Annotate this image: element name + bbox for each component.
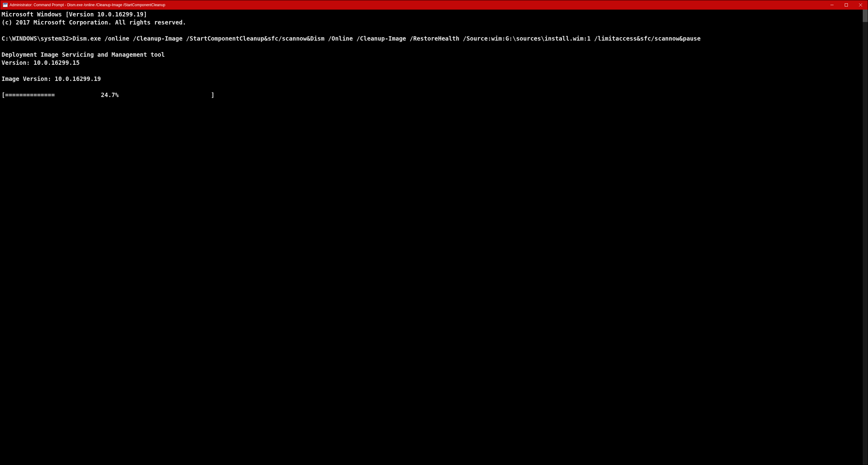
command-prompt-window: Administrator: Command Prompt - Dism.exe… [0,0,868,465]
vertical-scrollbar[interactable] [863,10,868,465]
svg-rect-1 [845,4,848,6]
client-area: Microsoft Windows [Version 10.0.16299.19… [0,10,868,465]
line-progress: [============== 24.7% ] [2,92,218,98]
close-icon [859,3,862,6]
line-dism-version: Version: 10.0.16299.15 [2,59,80,66]
line-prompt-command: C:\WINDOWS\system32>Dism.exe /online /Cl… [2,35,701,42]
maximize-button[interactable] [839,0,854,10]
close-button[interactable] [854,0,868,10]
window-title: Administrator: Command Prompt - Dism.exe… [10,3,825,7]
line-image-version: Image Version: 10.0.16299.19 [2,75,101,82]
minimize-icon [831,3,834,6]
line-copyright: (c) 2017 Microsoft Corporation. All righ… [2,19,186,26]
titlebar[interactable]: Administrator: Command Prompt - Dism.exe… [0,0,868,10]
window-controls [825,0,868,10]
maximize-icon [845,3,848,6]
line-dism-title: Deployment Image Servicing and Managemen… [2,51,165,58]
minimize-button[interactable] [825,0,839,10]
line-windows-version: Microsoft Windows [Version 10.0.16299.19… [2,11,147,18]
scrollbar-thumb[interactable] [863,10,868,22]
cmd-icon [3,3,8,7]
terminal-output[interactable]: Microsoft Windows [Version 10.0.16299.19… [0,10,863,465]
